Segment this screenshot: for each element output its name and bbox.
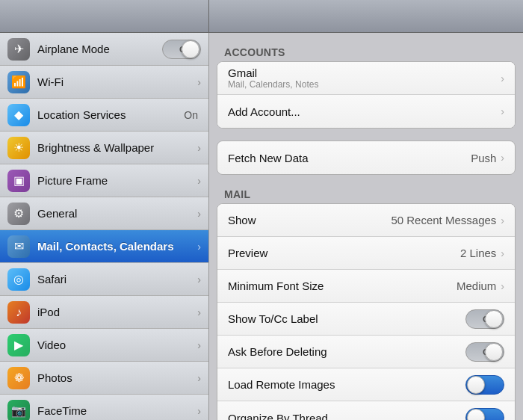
settings-group-1: Fetch New DataPush› <box>217 140 516 175</box>
chevron-icon-safari: › <box>197 274 201 285</box>
row-label-organize-by-thread: Organize By Thread <box>228 412 465 421</box>
toggle-load-remote-images[interactable]: ON <box>465 375 504 395</box>
settings-row-fetch-new-data[interactable]: Fetch New DataPush› <box>217 141 515 174</box>
row-value-preview: 2 Lines <box>460 247 496 259</box>
sidebar-item-wifi[interactable]: 📶Wi-Fi› <box>0 66 208 99</box>
facetime-icon: 📷 <box>7 400 30 421</box>
chevron-icon-gmail: › <box>501 72 504 84</box>
settings-group-0: GmailMail, Calendars, Notes›Add Account.… <box>217 61 516 129</box>
chevron-icon-general: › <box>197 208 201 220</box>
settings-row-preview[interactable]: Preview2 Lines› <box>217 237 515 270</box>
main-content: ✈Airplane ModeOFF📶Wi-Fi›◆Location Servic… <box>0 33 523 420</box>
row-label-show: Show <box>228 214 391 226</box>
sidebar-item-general[interactable]: ⚙General› <box>0 197 208 230</box>
right-panel: AccountsGmailMail, Calendars, Notes›Add … <box>209 33 523 420</box>
chevron-icon-brightness: › <box>197 142 201 154</box>
sidebar-label-general: General <box>37 207 197 220</box>
row-value-min-font-size: Medium <box>457 280 496 292</box>
sidebar-item-location-services[interactable]: ◆Location ServicesOn <box>0 99 208 132</box>
chevron-icon-facetime: › <box>197 405 201 417</box>
row-sublabel-gmail: Mail, Calendars, Notes <box>228 79 501 90</box>
settings-row-gmail[interactable]: GmailMail, Calendars, Notes› <box>217 62 515 95</box>
chevron-icon-video: › <box>197 339 201 351</box>
toggle-show-to-cc[interactable]: OFF <box>465 309 504 329</box>
mail-icon: ✉ <box>7 235 30 258</box>
chevron-icon-fetch-new-data: › <box>501 152 504 164</box>
sidebar-label-video: Video <box>37 339 197 351</box>
row-label-min-font-size: Minimum Font Size <box>228 280 457 292</box>
chevron-icon-mail: › <box>197 241 201 253</box>
row-label-load-remote-images: Load Remote Images <box>228 378 465 391</box>
toggle-ask-before-deleting[interactable]: OFF <box>465 342 504 362</box>
airplane-mode-icon: ✈ <box>7 38 30 61</box>
row-label-add-account: Add Account... <box>228 105 501 118</box>
sidebar-item-photos[interactable]: ❁Photos› <box>0 362 208 395</box>
row-label-gmail: Gmail <box>228 67 501 79</box>
chevron-icon-show: › <box>501 214 504 226</box>
chevron-icon-wifi: › <box>197 76 201 88</box>
chevron-icon-add-account: › <box>501 105 504 117</box>
sidebar: ✈Airplane ModeOFF📶Wi-Fi›◆Location Servic… <box>0 33 209 420</box>
sidebar-label-wifi: Wi-Fi <box>37 75 197 88</box>
section-label-2: Mail <box>217 184 516 203</box>
chevron-icon-picture-frame: › <box>197 175 201 187</box>
sidebar-label-safari: Safari <box>37 273 197 285</box>
photos-icon: ❁ <box>7 367 30 389</box>
settings-group-2: Show50 Recent Messages›Preview2 Lines›Mi… <box>217 203 516 420</box>
sidebar-label-facetime: FaceTime <box>37 404 197 417</box>
chevron-icon-min-font-size: › <box>501 280 504 292</box>
settings-row-add-account[interactable]: Add Account...› <box>217 95 515 128</box>
sidebar-item-brightness[interactable]: ☀Brightness & Wallpaper› <box>0 132 208 164</box>
settings-row-load-remote-images[interactable]: Load Remote ImagesON <box>217 368 515 401</box>
sidebar-item-video[interactable]: ▶Video› <box>0 329 208 362</box>
settings-row-organize-by-thread[interactable]: Organize By ThreadON <box>217 401 515 420</box>
header-right-title <box>209 0 523 32</box>
chevron-icon-photos: › <box>197 372 201 384</box>
chevron-icon-preview: › <box>501 247 504 259</box>
sidebar-label-brightness: Brightness & Wallpaper <box>37 141 197 154</box>
sidebar-value-location-services: On <box>184 109 198 121</box>
sidebar-item-facetime[interactable]: 📷FaceTime› <box>0 395 208 420</box>
header-bar <box>0 0 523 33</box>
section-label-0: Accounts <box>217 42 516 61</box>
row-label-ask-before-deleting: Ask Before Deleting <box>228 345 465 358</box>
header-left-title <box>0 0 209 32</box>
sidebar-item-ipod[interactable]: ♪iPod› <box>0 296 208 329</box>
location-services-icon: ◆ <box>7 104 30 126</box>
picture-frame-icon: ▣ <box>7 170 30 192</box>
sidebar-item-airplane-mode[interactable]: ✈Airplane ModeOFF <box>0 33 208 66</box>
settings-row-show-to-cc[interactable]: Show To/Cc LabelOFF <box>217 303 515 336</box>
wifi-icon: 📶 <box>7 71 30 93</box>
row-label-show-to-cc: Show To/Cc Label <box>228 312 465 325</box>
safari-icon: ◎ <box>7 268 30 291</box>
row-label-preview: Preview <box>228 247 460 259</box>
settings-row-show[interactable]: Show50 Recent Messages› <box>217 204 515 237</box>
sidebar-item-picture-frame[interactable]: ▣Picture Frame› <box>0 164 208 197</box>
video-icon: ▶ <box>7 334 30 356</box>
toggle-airplane-mode[interactable]: OFF <box>162 40 201 59</box>
settings-row-ask-before-deleting[interactable]: Ask Before DeletingOFF <box>217 336 515 368</box>
settings-row-min-font-size[interactable]: Minimum Font SizeMedium› <box>217 270 515 303</box>
row-label-fetch-new-data: Fetch New Data <box>228 152 471 164</box>
sidebar-label-picture-frame: Picture Frame <box>37 174 197 187</box>
sidebar-label-mail: Mail, Contacts, Calendars <box>37 240 197 253</box>
brightness-icon: ☀ <box>7 137 30 159</box>
sidebar-label-ipod: iPod <box>37 306 197 318</box>
ipod-icon: ♪ <box>7 301 30 324</box>
row-value-show: 50 Recent Messages <box>391 214 496 226</box>
sidebar-item-safari[interactable]: ◎Safari› <box>0 263 208 296</box>
sidebar-item-mail[interactable]: ✉Mail, Contacts, Calendars› <box>0 230 208 263</box>
row-value-fetch-new-data: Push <box>471 152 496 164</box>
sidebar-label-airplane-mode: Airplane Mode <box>37 43 162 55</box>
toggle-organize-by-thread[interactable]: ON <box>465 408 504 420</box>
chevron-icon-ipod: › <box>197 306 201 318</box>
sidebar-label-location-services: Location Services <box>37 108 184 121</box>
general-icon: ⚙ <box>7 203 30 225</box>
sidebar-label-photos: Photos <box>37 371 197 384</box>
